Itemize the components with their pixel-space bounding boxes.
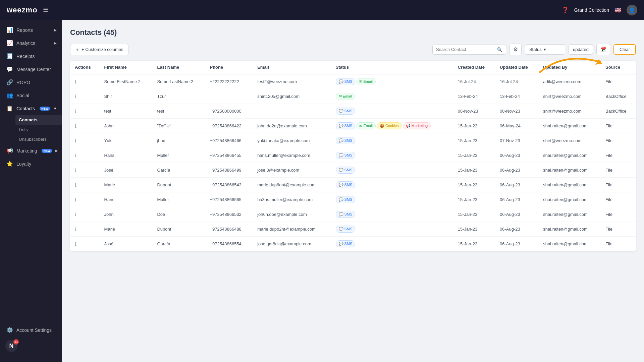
toolbar: ＋ + Customize columns 🔍 ⚙ Status ▾ updat…	[70, 44, 636, 55]
info-icon[interactable]: ℹ	[75, 197, 76, 202]
info-icon[interactable]: ℹ	[75, 168, 76, 173]
table-row: ℹShirTzurshirt1205@gmail.com✉ Email13-Fe…	[70, 89, 636, 104]
cell-status: 💬 SMS	[331, 237, 453, 251]
cell-email: hans.muller@example.com	[253, 148, 331, 163]
search-box[interactable]: 🔍	[432, 45, 506, 55]
date-filter[interactable]: updated	[569, 44, 593, 55]
sidebar-item-contacts[interactable]: 📋 Contacts NEW ▼	[0, 102, 62, 115]
sidebar-label-reports: Reports	[16, 27, 33, 33]
sidebar-item-account-settings[interactable]: ⚙️ Account Settings	[0, 323, 62, 337]
cell-email	[253, 104, 331, 119]
status-dropdown[interactable]: Status ▾	[525, 44, 565, 55]
status-tag-sms: 💬 SMS	[336, 78, 356, 85]
cell-phone	[205, 89, 253, 104]
cell-updated-date: 16-Jul-24	[495, 74, 538, 89]
sidebar-subitem-contacts[interactable]: Contacts	[15, 115, 62, 125]
sidebar-item-analytics[interactable]: 📈 Analytics ▶	[0, 37, 62, 50]
contacts-icon: 📋	[6, 105, 13, 112]
cell-status: 💬 SMS	[331, 163, 453, 178]
plus-icon: ＋	[75, 47, 79, 53]
info-icon[interactable]: ℹ	[75, 138, 76, 143]
clear-button[interactable]: Clear	[613, 44, 636, 55]
calendar-button[interactable]: 📅	[596, 44, 610, 55]
cell-updated-date: 06-Aug-23	[495, 237, 538, 251]
cell-created-date: 15-Jan-23	[453, 133, 495, 148]
notification-badge[interactable]: N 11	[5, 340, 17, 352]
contacts-table: Actions First Name Last Name Phone Email…	[70, 61, 636, 251]
sidebar-item-receipts[interactable]: 🧾 Receipts	[0, 50, 62, 63]
hamburger-icon[interactable]: ☰	[43, 6, 48, 14]
col-email: Email	[253, 61, 331, 74]
navbar-right: ❓ Grand Collection 🇺🇸 👤	[561, 5, 637, 15]
cell-actions: ℹ	[70, 119, 100, 133]
sidebar-item-loyalty[interactable]: ⭐ Loyalty	[0, 157, 62, 170]
cell-phone: +972548866488	[205, 222, 253, 237]
sidebar-label-message-center: Message Center	[16, 67, 51, 72]
cell-email: marie.dupo2nt@example.com	[253, 222, 331, 237]
sidebar-subitem-lists[interactable]: Lists	[15, 125, 62, 134]
sidebar-label-social: Social	[16, 93, 29, 98]
cell-last-name: "Do""e"	[152, 119, 205, 133]
info-icon[interactable]: ℹ	[75, 79, 76, 84]
help-icon[interactable]: ❓	[561, 6, 569, 14]
table-row: ℹJoséGarcía+972548866554jose.gar8cia@exa…	[70, 237, 636, 251]
user-avatar[interactable]: 👤	[627, 5, 637, 15]
info-icon[interactable]: ℹ	[75, 153, 76, 158]
cell-updated-date: 06-Aug-23	[495, 222, 538, 237]
table-row: ℹYukijhad+972548866466yuki.tanaka@exampl…	[70, 133, 636, 148]
info-icon[interactable]: ℹ	[75, 94, 76, 99]
sidebar-item-reports[interactable]: 📊 Reports ▶	[0, 23, 62, 37]
status-tag-sms: 💬 SMS	[336, 167, 356, 174]
col-last-name: Last Name	[152, 61, 205, 74]
cell-created-date: 15-Jan-23	[453, 148, 495, 163]
sidebar-item-marketing[interactable]: 📢 Marketing NEW ▶	[0, 144, 62, 157]
status-tag-sms: 💬 SMS	[336, 122, 356, 129]
sidebar-item-ropo[interactable]: 🔗 ROPO	[0, 76, 62, 89]
col-first-name: First Name	[100, 61, 153, 74]
filter-button[interactable]: ⚙	[509, 44, 522, 55]
cell-actions: ℹ	[70, 89, 100, 104]
search-input[interactable]	[436, 47, 495, 52]
sidebar-subitem-unsubscribers[interactable]: Unsubscribers	[15, 134, 62, 144]
cell-phone: +972548866554	[205, 237, 253, 251]
info-icon[interactable]: ℹ	[75, 241, 76, 247]
filter-icon: ⚙	[513, 47, 518, 52]
contacts-new-badge: NEW	[40, 107, 50, 111]
table-row: ℹSome FirstName 2Some LastName 2+2222222…	[70, 74, 636, 89]
status-tag-sms: 💬 SMS	[336, 152, 356, 159]
cell-updated-by: shai.raiten@gmail.com	[538, 119, 601, 133]
sidebar-item-social[interactable]: 👥 Social	[0, 89, 62, 102]
col-created-date: Created Date	[453, 61, 495, 74]
status-label: Status	[529, 47, 542, 52]
cell-status: 💬 SMS	[331, 222, 453, 237]
cell-source: File	[601, 148, 636, 163]
cell-phone: +972548866466	[205, 133, 253, 148]
cell-updated-date: 13-Feb-24	[495, 89, 538, 104]
info-icon[interactable]: ℹ	[75, 123, 76, 129]
cell-actions: ℹ	[70, 207, 100, 222]
message-center-icon: 💬	[6, 66, 13, 72]
org-name: Grand Collection	[574, 7, 609, 13]
info-icon[interactable]: ℹ	[75, 109, 76, 114]
cell-phone: +972548866565	[205, 192, 253, 207]
info-icon[interactable]: ℹ	[75, 212, 76, 217]
sidebar-item-message-center[interactable]: 💬 Message Center	[0, 63, 62, 76]
info-icon[interactable]: ℹ	[75, 227, 76, 232]
cell-created-date: 15-Jan-23	[453, 163, 495, 178]
col-source: Source	[601, 61, 636, 74]
status-tag-email: ✉ Email	[336, 93, 355, 100]
cell-phone: +22222222222	[205, 74, 253, 89]
cell-actions: ℹ	[70, 148, 100, 163]
customize-columns-button[interactable]: ＋ + Customize columns	[70, 44, 128, 55]
info-icon[interactable]: ℹ	[75, 182, 76, 188]
cell-phone: +972548866499	[205, 163, 253, 178]
table-row: ℹJoséGarcía+972548866499jose.3@example.c…	[70, 163, 636, 178]
date-filter-label: updated	[573, 47, 589, 52]
sidebar-label-receipts: Receipts	[16, 54, 35, 59]
table-row: ℹMarieDupont+972548866543marie.dup6ont@e…	[70, 178, 636, 192]
cell-first-name: Some FirstName 2	[100, 74, 153, 89]
cell-status: 💬 SMS✉ Email	[331, 74, 453, 89]
table-row: ℹtesttest+972500000000💬 SMS08-Nov-2308-N…	[70, 104, 636, 119]
cell-phone: +972548866543	[205, 178, 253, 192]
cell-last-name: jhad	[152, 133, 205, 148]
